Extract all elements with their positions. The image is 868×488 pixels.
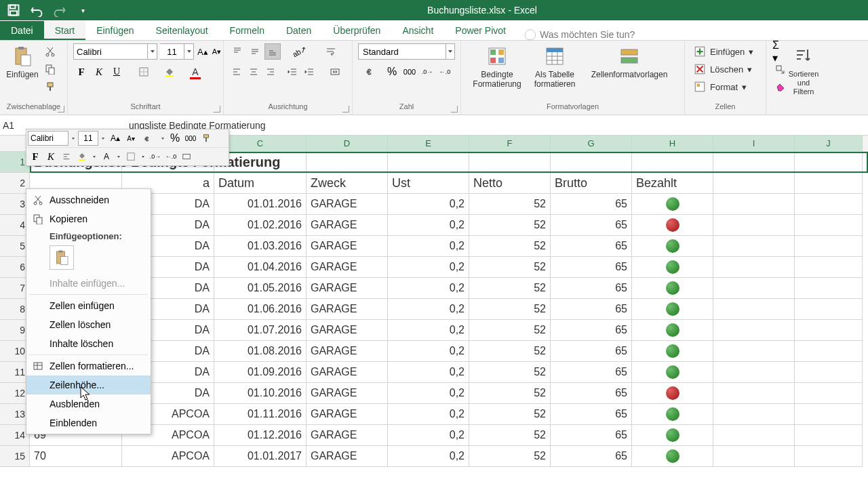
font-launcher[interactable] (214, 106, 220, 113)
tell-me[interactable]: Was möchten Sie tun? (525, 29, 635, 40)
clear-button[interactable] (772, 79, 788, 95)
italic-button[interactable]: K (91, 64, 107, 80)
fill-button[interactable] (772, 61, 788, 77)
ctx-paste-default[interactable] (50, 245, 74, 270)
name-box[interactable]: A1 (0, 120, 20, 131)
ctx-delete-cells[interactable]: Zellen löschen (26, 315, 151, 334)
tab-file[interactable]: Datei (0, 21, 44, 40)
insert-cells-button[interactable]: Einfügen ▾ (690, 43, 760, 60)
mini-increase-font[interactable]: A▴ (108, 131, 123, 146)
mini-decrease-font[interactable]: A▾ (123, 131, 138, 146)
cell-styles-button[interactable]: Zellenformatvorlagen (582, 43, 677, 100)
tab-view[interactable]: Ansicht (391, 21, 444, 40)
mini-size-dropdown[interactable] (99, 131, 107, 146)
mini-italic[interactable]: K (43, 149, 58, 164)
number-launcher[interactable] (451, 106, 458, 113)
clipboard-launcher[interactable] (58, 106, 64, 113)
tab-insert[interactable]: Einfügen (85, 21, 144, 40)
mini-accounting[interactable]: € (139, 131, 158, 146)
align-middle-button[interactable] (247, 43, 263, 60)
row-header-15[interactable]: 15 (0, 446, 30, 467)
col-header-e[interactable]: E (388, 136, 469, 151)
increase-font-button[interactable]: A▴ (197, 43, 209, 60)
copy-button[interactable] (42, 61, 58, 77)
percent-format-button[interactable]: % (384, 64, 400, 80)
font-name-dropdown[interactable] (148, 43, 157, 60)
mini-comma[interactable]: 000 (183, 131, 198, 146)
tab-start[interactable]: Start (44, 21, 86, 40)
mini-font-color[interactable]: A (99, 149, 114, 164)
tab-pagelayout[interactable]: Seitenlayout (145, 21, 219, 40)
qat-customize[interactable]: ▾ (76, 3, 90, 17)
fill-color-button[interactable] (157, 64, 182, 80)
save-button[interactable] (7, 3, 20, 17)
font-size-dropdown[interactable] (184, 43, 194, 60)
col-header-j[interactable]: J (795, 136, 863, 151)
col-header-i[interactable]: I (713, 136, 795, 151)
format-cells-button[interactable]: Format ▾ (690, 79, 760, 95)
mini-merge[interactable] (179, 149, 194, 164)
sort-filter-button[interactable]: Sortieren und Filtern (788, 43, 819, 100)
col-header-g[interactable]: G (551, 136, 632, 151)
align-center-button[interactable] (246, 64, 262, 80)
tab-formulas[interactable]: Formeln (219, 21, 275, 40)
mini-font-size[interactable] (78, 131, 98, 146)
col-header-h[interactable]: H (632, 136, 713, 151)
col-header-d[interactable]: D (307, 136, 388, 151)
ctx-paste-options-heading: Einfügeoptionen: (26, 228, 151, 244)
ctx-insert-cells[interactable]: Zellen einfügen (26, 296, 151, 315)
increase-indent-button[interactable] (302, 64, 317, 80)
conditional-formatting-button[interactable]: Bedingte Formatierung (467, 43, 528, 100)
format-as-table-button[interactable]: Als Tabelle formatieren (528, 43, 582, 100)
tab-data[interactable]: Daten (275, 21, 322, 40)
align-top-button[interactable] (229, 43, 245, 60)
cut-button[interactable] (42, 43, 58, 60)
align-right-button[interactable] (262, 64, 278, 80)
mini-format-painter[interactable] (199, 131, 214, 146)
ctx-copy[interactable]: Kopieren (26, 209, 151, 228)
wrap-text-button[interactable] (319, 43, 343, 60)
ctx-unhide[interactable]: Einblenden (26, 413, 151, 432)
font-color-button[interactable]: A (183, 64, 208, 80)
number-format-input[interactable] (358, 43, 446, 60)
ctx-clear-contents[interactable]: Inhalte löschen (26, 334, 151, 353)
mini-font-name[interactable] (28, 131, 68, 146)
mini-align[interactable] (59, 149, 74, 164)
underline-button[interactable]: U (108, 64, 125, 80)
bold-button[interactable]: F (73, 64, 90, 80)
font-name-input[interactable] (73, 43, 148, 60)
delete-cells-button[interactable]: Löschen ▾ (690, 61, 760, 77)
decrease-indent-button[interactable] (285, 64, 300, 80)
tab-powerpivot[interactable]: Power Pivot (444, 21, 517, 40)
undo-button[interactable] (30, 3, 43, 17)
mini-bold[interactable]: F (28, 149, 43, 164)
svg-rect-16 (490, 49, 496, 55)
align-bottom-button[interactable] (264, 43, 281, 60)
ctx-format-cells[interactable]: Zellen formatieren... (26, 357, 151, 375)
mini-dec-decimal[interactable]: ←.0 (163, 149, 178, 164)
mini-inc-decimal[interactable]: .0→ (148, 149, 163, 164)
mini-percent[interactable]: % (167, 131, 182, 146)
paste-button[interactable]: Einfügen (5, 43, 39, 100)
font-size-input[interactable] (160, 43, 184, 60)
ctx-cut[interactable]: Ausschneiden (26, 190, 151, 209)
mini-borders[interactable] (123, 149, 138, 164)
tab-review[interactable]: Überprüfen (322, 21, 391, 40)
alignment-launcher[interactable] (342, 106, 349, 113)
increase-decimal-button[interactable]: .0→ (419, 64, 435, 80)
autosum-button[interactable]: Σ ▾ (772, 43, 788, 60)
decrease-font-button[interactable]: A▾ (212, 43, 222, 60)
comma-format-button[interactable]: 000 (401, 64, 418, 80)
col-header-f[interactable]: F (469, 136, 551, 151)
decrease-decimal-button[interactable]: ←.0 (437, 64, 453, 80)
orientation-button[interactable]: ab↗ (288, 43, 312, 60)
borders-button[interactable] (132, 64, 156, 80)
mini-fill-color[interactable] (75, 149, 90, 164)
merge-center-button[interactable] (323, 64, 347, 80)
align-left-button[interactable] (229, 64, 245, 80)
redo-button[interactable] (53, 3, 66, 17)
mini-font-dropdown[interactable] (69, 131, 77, 146)
format-painter-button[interactable] (42, 79, 58, 95)
accounting-format-button[interactable]: € (358, 64, 382, 80)
number-format-dropdown[interactable] (446, 43, 455, 60)
